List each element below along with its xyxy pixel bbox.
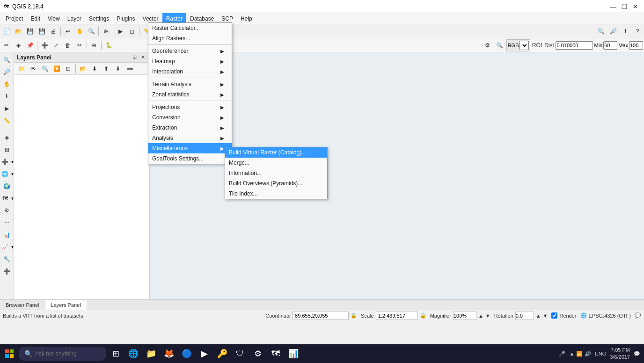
zoom-in-btn[interactable]: 🔍 [86, 26, 97, 37]
hide-all-btn[interactable]: 🔍 [39, 63, 51, 74]
snap-btn[interactable]: ⊕ [88, 40, 100, 51]
analysis-item[interactable]: Analysis ▶ [148, 133, 232, 143]
menu-help[interactable]: Help [237, 13, 256, 24]
menu-settings[interactable]: Settings [85, 13, 113, 24]
extraction-item[interactable]: Extraction ▶ [148, 123, 232, 133]
pan-btn[interactable]: ✋ [74, 26, 85, 37]
magnifier-spin-up[interactable]: ▲ [478, 313, 483, 319]
settings-icon[interactable]: ⚙ [250, 344, 265, 363]
magnifier-spin-down[interactable]: ▼ [485, 313, 490, 319]
analysis-tool[interactable]: 📈 [0, 241, 11, 253]
scp-tool[interactable]: 📊 [1, 229, 13, 240]
build-virtual-raster-item[interactable]: Build Virtual Raster (Catalog)... [225, 147, 327, 158]
undo-btn[interactable]: ↩ [62, 26, 73, 37]
align-rasters-item[interactable]: Align Rasters... [148, 33, 232, 44]
cut-btn[interactable]: ✂ [74, 40, 85, 51]
coordinate-input[interactable] [293, 312, 349, 320]
heatmap-item[interactable]: Heatmap ▶ [148, 56, 232, 66]
scp-search-btn[interactable]: 🔍 [494, 40, 505, 51]
magnifier-input[interactable] [453, 312, 476, 320]
qgis-icon[interactable]: 🗺 [268, 344, 283, 363]
taskbar-clock[interactable]: 7:05 PM 3/6/2017 [610, 347, 630, 361]
measure-tool[interactable]: 📏 [1, 115, 13, 126]
menu-view[interactable]: View [44, 13, 64, 24]
raster-tool[interactable]: ⊞ [1, 144, 13, 155]
menu-layer[interactable]: Layer [64, 13, 85, 24]
search-btn[interactable]: 🔍 [595, 26, 607, 37]
dist-btn[interactable]: Dist [543, 40, 555, 51]
information-item[interactable]: Information... [225, 168, 327, 178]
maximize-button[interactable]: ❐ [620, 2, 629, 11]
menu-project[interactable]: Project [2, 13, 27, 24]
node-btn[interactable]: ◈ [13, 40, 24, 51]
notification-icon[interactable]: 💬 [634, 351, 640, 357]
select-btn[interactable]: ▶ [115, 26, 126, 37]
move-up-btn[interactable]: ⬆ [101, 63, 112, 74]
add-group-btn[interactable]: 📁 [16, 63, 27, 74]
menu-edit[interactable]: Edit [27, 13, 44, 24]
zoom-out-tool[interactable]: 🔎 [1, 66, 13, 78]
raster-calculator-item[interactable]: Raster Calculator... [148, 23, 232, 33]
zoom-btn2[interactable]: 🔎 [607, 26, 619, 37]
remove-layer-btn[interactable]: ➖ [124, 63, 135, 74]
open-project-btn[interactable]: 📂 [13, 26, 24, 37]
taskview-btn[interactable]: ⊞ [108, 344, 123, 363]
chrome-icon[interactable]: 🔵 [179, 344, 194, 363]
print-btn[interactable]: 🖨 [48, 26, 59, 37]
save-as-btn[interactable]: 💾 [36, 26, 47, 37]
app2-icon[interactable]: 🔑 [215, 344, 230, 363]
more-tool[interactable]: ⋯ [1, 217, 13, 228]
browser-panel-tab[interactable]: Browser Panel [0, 300, 45, 310]
save-project-btn[interactable]: 💾 [24, 26, 36, 37]
zoom-in-tool[interactable]: 🔍 [1, 54, 13, 65]
menu-plugins[interactable]: Plugins [113, 13, 139, 24]
show-all-btn[interactable]: 👁 [28, 63, 39, 74]
explorer-icon[interactable]: 📁 [144, 344, 159, 363]
conversion-item[interactable]: Conversion ▶ [148, 112, 232, 123]
add-layer-tool[interactable]: ➕ [0, 156, 11, 167]
filter-btn[interactable]: 🔽 [51, 63, 62, 74]
pan-tool[interactable]: ✋ [1, 79, 13, 90]
edit-btn[interactable]: ✏ [1, 40, 12, 51]
search-input[interactable] [35, 350, 101, 357]
dist-input[interactable] [556, 41, 593, 50]
minimize-button[interactable]: — [608, 2, 618, 11]
miscellaneous-item[interactable]: Miscellaneous ▶ [148, 143, 232, 153]
epsg-section[interactable]: 🌐 EPSG:4326 (OTF) [580, 312, 631, 319]
scp-settings-btn[interactable]: ⚙ [482, 40, 493, 51]
close-button[interactable]: ✕ [631, 2, 640, 11]
crs-tool[interactable]: 🗺 [0, 193, 11, 204]
zonal-statistics-item[interactable]: Zonal statistics ▶ [148, 89, 232, 100]
roi-btn[interactable]: ROI [531, 40, 542, 51]
firefox-icon[interactable]: 🦊 [161, 344, 176, 363]
identify-tool[interactable]: ℹ [1, 91, 13, 102]
rotation-input[interactable] [515, 312, 534, 320]
interpolation-item[interactable]: Interpolation ▶ [148, 66, 232, 77]
layers-panel-close-btn[interactable]: ✕ [139, 54, 146, 61]
max-input[interactable] [629, 41, 643, 50]
move-down-btn[interactable]: ⬇ [112, 63, 124, 74]
app1-icon[interactable]: ▶ [197, 344, 212, 363]
move-btn[interactable]: ⤢ [51, 40, 62, 51]
delete-btn[interactable]: 🗑 [62, 40, 73, 51]
filter-layer-btn[interactable]: ⊟ [63, 63, 74, 74]
tile-index-item[interactable]: Tile Index... [225, 189, 327, 199]
plugin-tool2[interactable]: ➕ [1, 266, 13, 277]
layers-panel-tab[interactable]: Layers Panel [45, 300, 87, 310]
edge-icon[interactable]: 🌐 [126, 344, 141, 363]
message-icon-section[interactable]: 💬 [635, 312, 641, 319]
select-tool[interactable]: ▶ [1, 103, 13, 114]
identify-btn[interactable]: ℹ [620, 26, 631, 37]
plugin-tool1[interactable]: 🔧 [1, 254, 13, 265]
render-checkbox[interactable] [551, 312, 557, 319]
projections-item[interactable]: Projections ▶ [148, 102, 232, 112]
georeferencer-item[interactable]: Georeferencer ▶ [148, 46, 232, 56]
start-button[interactable] [0, 344, 19, 363]
open-layer-btn[interactable]: 📂 [77, 63, 88, 74]
taskbar-search[interactable]: 🔍 [19, 347, 106, 361]
shield-icon[interactable]: 🛡 [233, 344, 248, 363]
terrain-analysis-item[interactable]: Terrain Analysis ▶ [148, 79, 232, 89]
mic-icon[interactable]: 🎤 [559, 351, 565, 357]
app3-icon[interactable]: 📊 [286, 344, 301, 363]
layers-panel-float-btn[interactable]: ⊡ [131, 54, 138, 61]
